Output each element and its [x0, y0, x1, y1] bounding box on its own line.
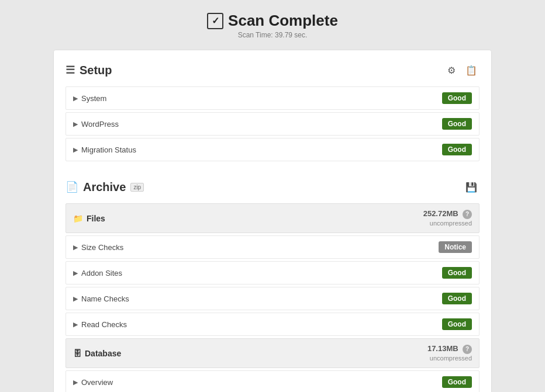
name-checks-arrow: ▶ — [73, 295, 78, 303]
size-checks-label: Size Checks — [81, 243, 123, 252]
archive-section: 📄 Archive zip 💾 📁 Files 252.72MB ? uncom… — [65, 179, 480, 392]
database-rows: ▶ Overview Good — [65, 370, 480, 392]
database-info-icon[interactable]: ? — [463, 345, 472, 354]
overview-arrow: ▶ — [73, 379, 78, 386]
read-checks-label: Read Checks — [81, 320, 127, 329]
migration-badge: Good — [442, 144, 472, 155]
database-title: 🗄 Database — [73, 349, 121, 358]
page-title: ✓ Scan Complete — [207, 12, 338, 30]
archive-icon: 📄 — [65, 181, 78, 193]
setup-title: ☰ Setup — [65, 64, 112, 77]
size-checks-row[interactable]: ▶ Size Checks Notice — [65, 235, 480, 259]
setup-icon: ☰ — [65, 64, 75, 77]
overview-row[interactable]: ▶ Overview Good — [65, 370, 480, 392]
read-checks-badge: Good — [442, 318, 472, 330]
system-label: System — [81, 94, 106, 103]
main-card: ☰ Setup ⚙ 📋 ▶ System Good ▶ WordPress Go… — [53, 50, 492, 392]
files-meta: 252.72MB ? uncompressed — [423, 209, 472, 227]
name-checks-badge: Good — [442, 293, 472, 304]
read-checks-arrow: ▶ — [73, 321, 78, 328]
files-folder-icon: 📁 — [73, 214, 83, 223]
files-rows: ▶ Size Checks Notice ▶ Addon Sites Good … — [65, 235, 480, 336]
addon-sites-badge: Good — [442, 267, 472, 279]
read-checks-row[interactable]: ▶ Read Checks Good — [65, 313, 480, 336]
export-icon[interactable]: 📋 — [463, 62, 480, 78]
database-subsection-header[interactable]: 🗄 Database 17.13MB ? uncompressed — [65, 338, 480, 368]
check-icon: ✓ — [207, 13, 223, 29]
size-checks-badge: Notice — [439, 241, 472, 253]
migration-label: Migration Status — [81, 145, 136, 154]
files-info-icon[interactable]: ? — [463, 210, 472, 219]
size-checks-arrow: ▶ — [73, 244, 78, 251]
migration-arrow: ▶ — [73, 146, 78, 154]
setup-actions: ⚙ 📋 — [443, 62, 480, 78]
settings-icon[interactable]: ⚙ — [443, 62, 460, 78]
files-title: 📁 Files — [73, 214, 105, 223]
scan-time: Scan Time: 39.79 sec. — [207, 31, 338, 39]
system-badge: Good — [442, 92, 472, 104]
wordpress-badge: Good — [442, 118, 472, 130]
wordpress-label: WordPress — [81, 120, 119, 129]
page-header: ✓ Scan Complete Scan Time: 39.79 sec. — [207, 12, 338, 39]
name-checks-label: Name Checks — [81, 294, 129, 303]
archive-section-header: 📄 Archive zip 💾 — [65, 179, 480, 195]
addon-sites-label: Addon Sites — [81, 269, 122, 277]
addon-sites-arrow: ▶ — [73, 269, 78, 277]
setup-rows: ▶ System Good ▶ WordPress Good ▶ Migrati… — [65, 86, 480, 161]
wordpress-row[interactable]: ▶ WordPress Good — [65, 112, 480, 136]
system-row[interactable]: ▶ System Good — [65, 86, 480, 110]
database-icon: 🗄 — [73, 349, 81, 358]
files-subsection-header[interactable]: 📁 Files 252.72MB ? uncompressed — [65, 203, 480, 233]
migration-status-row[interactable]: ▶ Migration Status Good — [65, 138, 480, 161]
overview-badge: Good — [442, 376, 472, 388]
system-arrow: ▶ — [73, 95, 78, 102]
database-meta: 17.13MB ? uncompressed — [427, 344, 472, 362]
wordpress-arrow: ▶ — [73, 120, 78, 128]
archive-save-icon[interactable]: 💾 — [463, 179, 480, 195]
archive-title: 📄 Archive zip — [65, 181, 144, 194]
overview-label: Overview — [81, 378, 113, 387]
setup-section-header: ☰ Setup ⚙ 📋 — [65, 62, 480, 78]
name-checks-row[interactable]: ▶ Name Checks Good — [65, 287, 480, 310]
zip-badge: zip — [130, 183, 144, 192]
addon-sites-row[interactable]: ▶ Addon Sites Good — [65, 261, 480, 285]
